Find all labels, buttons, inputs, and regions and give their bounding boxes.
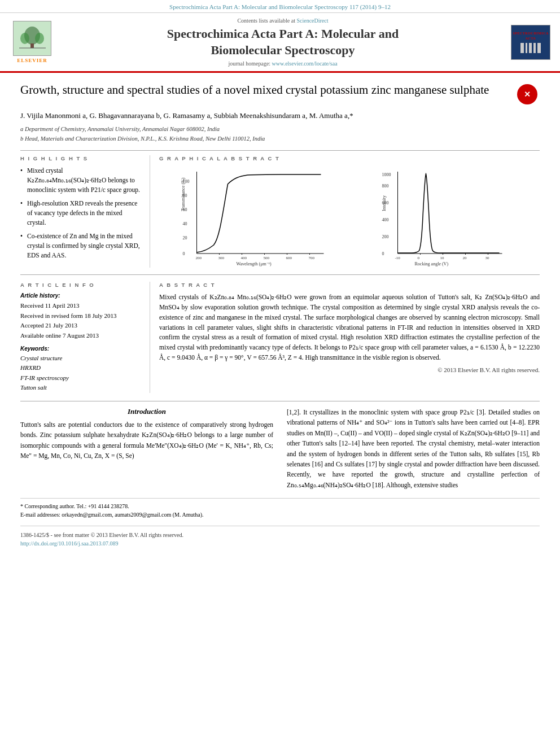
svg-text:40: 40 (183, 221, 187, 226)
svg-text:20: 20 (463, 256, 467, 260)
svg-text:700: 700 (309, 256, 315, 260)
highlights-column: H I G H L I G H T S Mixed crystal K₂Zn₀.… (20, 155, 150, 268)
crossmark-badge: ✕ (515, 84, 540, 104)
elsevier-text: ELSEVIER (17, 58, 47, 63)
email-label: E-mail addresses: (20, 512, 60, 518)
corr-author-note: * Corresponding author. Tel.: +91 4144 2… (20, 498, 540, 519)
graphical-abstract-area: 0 20 40 60 80 100 200 300 400 500 600 70… (159, 166, 540, 268)
svg-text:800: 800 (382, 184, 389, 189)
svg-text:Wavelength (μm⁻¹): Wavelength (μm⁻¹) (237, 261, 272, 267)
abstract-column: A B S T R A C T Mixed crystals of K₂Zn₀.… (159, 282, 540, 393)
abstract-section-label: A B S T R A C T (159, 282, 540, 288)
svg-text:Intensity: Intensity (382, 195, 387, 211)
banner-center: Contents lists available at ScienceDirec… (58, 18, 508, 67)
svg-text:400: 400 (382, 217, 389, 222)
introduction-heading: Introduction (20, 407, 273, 416)
keywords-list: Crystal structure HRXRD FT-IR spectrosco… (20, 353, 142, 393)
elsevier-logo: ELSEVIER (7, 21, 58, 63)
journal-logo-right: SPECTROCHIMICA ACTA (508, 25, 553, 60)
svg-text:10: 10 (440, 256, 445, 260)
svg-text:200: 200 (382, 234, 389, 239)
affiliation-b: b Head, Materials and Characterization D… (20, 134, 540, 143)
footer-license: 1386-1425/$ - see front matter © 2013 El… (20, 531, 540, 548)
accepted-date: Accepted 21 July 2013 (20, 321, 142, 331)
logo-line-1 (520, 43, 524, 53)
svg-point-4 (35, 33, 44, 44)
article-info-abstract-section: A R T I C L E I N F O Article history: R… (20, 282, 540, 393)
email-addresses: orkayedn@gmail.com, aumats2009@gmail.com… (62, 512, 203, 518)
svg-text:600: 600 (286, 256, 292, 260)
logo-line-5 (537, 43, 541, 53)
corr-note-text: * Corresponding author. Tel.: +91 4144 2… (20, 503, 129, 509)
svg-text:500: 500 (264, 256, 270, 260)
article-info-column: A R T I C L E I N F O Article history: R… (20, 282, 150, 393)
journal-citation: Spectrochimica Acta Part A: Molecular an… (169, 3, 391, 10)
article-title: Growth, structure and spectral studies o… (20, 82, 509, 98)
homepage-url[interactable]: www.elsevier.com/locate/saa (272, 60, 338, 67)
logo-line-2 (526, 43, 527, 53)
svg-text:400: 400 (241, 256, 247, 260)
svg-text:0: 0 (418, 256, 420, 260)
graphical-abstract-column: G R A P H I C A L A B S T R A C T 0 20 4… (159, 155, 540, 268)
transmittance-chart: 0 20 40 60 80 100 200 300 400 500 600 70… (159, 166, 347, 268)
divider-2 (20, 274, 540, 275)
logo-line-4 (533, 43, 536, 53)
intro-left-text: Tutton's salts are potential conductors … (20, 420, 273, 461)
doi-link[interactable]: http://dx.doi.org/10.1016/j.saa.2013.07.… (20, 540, 118, 547)
intro-left-para-1: Tutton's salts are potential conductors … (20, 420, 273, 461)
svg-point-3 (20, 33, 29, 44)
intro-right-text: [1,2]. It crystallizes in the monoclinic… (287, 407, 540, 490)
sciencedirect-link[interactable]: ScienceDirect (296, 18, 328, 24)
logo-line-3 (529, 43, 532, 53)
keyword-3: FT-IR spectroscopy (20, 373, 142, 383)
elsevier-logo-box (13, 21, 51, 56)
contents-line: Contents lists available at ScienceDirec… (63, 18, 502, 24)
journal-logo-title: SPECTROCHIMICA ACTA (513, 31, 549, 41)
article-title-section: Growth, structure and spectral studies o… (20, 82, 540, 104)
journal-top-header: Spectrochimica Acta Part A: Molecular an… (0, 0, 560, 13)
logo-lines (520, 43, 541, 53)
svg-text:-10: -10 (395, 256, 401, 260)
highlights-label: H I G H L I G H T S (20, 155, 142, 161)
highlights-graphical-section: H I G H L I G H T S Mixed crystal K₂Zn₀.… (20, 155, 540, 268)
available-date: Available online 7 August 2013 (20, 331, 142, 341)
highlights-list: Mixed crystal K₂Zn₀.₈₄Mn₀.₁₆(SO₄)₂·6H₂O … (20, 166, 142, 260)
svg-text:200: 200 (196, 256, 202, 260)
license-note-text: 1386-1425/$ - see front matter © 2013 El… (20, 532, 183, 538)
highlight-item-3: Co-existence of Zn and Mg in the mixed c… (20, 231, 142, 260)
article-footer: 1386-1425/$ - see front matter © 2013 El… (20, 526, 540, 548)
keyword-2: HRXRD (20, 363, 142, 373)
highlight-item-1: Mixed crystal K₂Zn₀.₈₄Mn₀.₁₆(SO₄)₂·6H₂O … (20, 166, 142, 194)
keywords-title: Keywords: (20, 346, 142, 352)
journal-banner: ELSEVIER Contents lists available at Sci… (0, 13, 560, 73)
svg-text:0: 0 (382, 251, 384, 256)
affiliations: a Department of Chemistry, Annamalai Uni… (20, 125, 540, 144)
keyword-1: Crystal structure (20, 353, 142, 364)
body-section: Introduction Tutton's salts are potentia… (20, 401, 540, 493)
svg-text:300: 300 (218, 256, 225, 260)
body-left-column: Introduction Tutton's salts are potentia… (20, 407, 273, 493)
received-date: Received 11 April 2013 (20, 301, 142, 311)
authors-line: J. Vijila Manonmoni a, G. Bhagavannaraya… (20, 110, 540, 121)
intro-right-para-1: [1,2]. It crystallizes in the monoclinic… (287, 407, 540, 490)
received-revised-date: Received in revised form 18 July 2013 (20, 311, 142, 321)
svg-text:0: 0 (183, 251, 185, 256)
journal-title: Spectrochimica Acta Part A: Molecular an… (63, 26, 502, 58)
article-history-title: Article history: (20, 292, 142, 299)
abstract-copyright: © 2013 Elsevier B.V. All rights reserved… (159, 366, 540, 373)
affiliation-a: a Department of Chemistry, Annamalai Uni… (20, 125, 540, 134)
crossmark-circle: ✕ (517, 84, 537, 104)
svg-text:Transmittance (%): Transmittance (%) (181, 177, 186, 211)
rocking-curve-chart: 0 200 400 600 800 1000 -10 0 10 20 30 Ro… (352, 166, 540, 268)
graphical-abstract-label: G R A P H I C A L A B S T R A C T (159, 155, 540, 161)
journal-homepage: journal homepage: www.elsevier.com/locat… (63, 60, 502, 67)
article-history: Article history: Received 11 April 2013 … (20, 292, 142, 393)
svg-rect-2 (30, 43, 34, 48)
logo-box-right: SPECTROCHIMICA ACTA (511, 25, 550, 60)
abstract-text: Mixed crystals of K₂Zn₀.₈₄ Mn₀.₁₆(SO₄)₂·… (159, 292, 540, 363)
article-info-label: A R T I C L E I N F O (20, 282, 142, 288)
highlight-item-2: High-resolution XRD reveals the presence… (20, 199, 142, 227)
svg-text:1000: 1000 (382, 172, 391, 177)
divider-1 (20, 150, 540, 151)
svg-text:30: 30 (485, 256, 490, 260)
